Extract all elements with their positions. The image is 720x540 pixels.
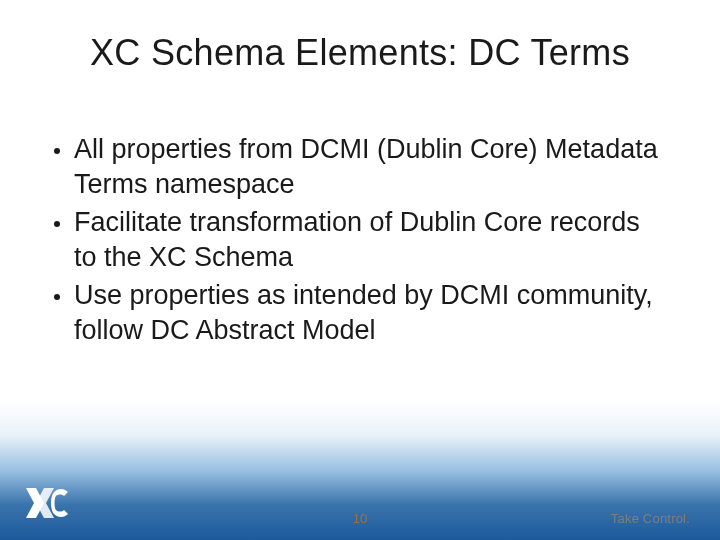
bullet-icon: [54, 294, 60, 300]
list-item: Use properties as intended by DCMI commu…: [54, 278, 660, 347]
list-item: Facilitate transformation of Dublin Core…: [54, 205, 660, 274]
slide: XC Schema Elements: DC Terms All propert…: [0, 0, 720, 540]
bullet-text: Facilitate transformation of Dublin Core…: [74, 205, 660, 274]
slide-title: XC Schema Elements: DC Terms: [0, 32, 720, 74]
list-item: All properties from DCMI (Dublin Core) M…: [54, 132, 660, 201]
bullet-list: All properties from DCMI (Dublin Core) M…: [54, 132, 660, 351]
bullet-icon: [54, 221, 60, 227]
bullet-text: All properties from DCMI (Dublin Core) M…: [74, 132, 660, 201]
tagline: Take Control.: [611, 511, 690, 526]
bullet-icon: [54, 148, 60, 154]
bullet-text: Use properties as intended by DCMI commu…: [74, 278, 660, 347]
